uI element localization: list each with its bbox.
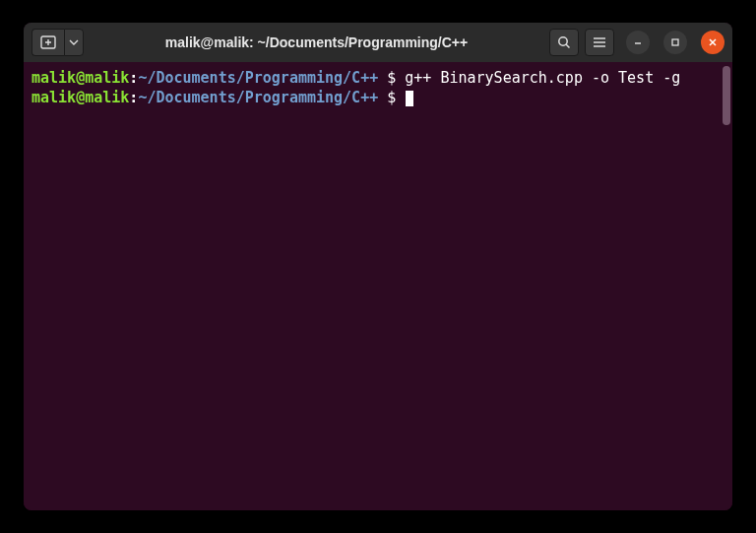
window-controls — [626, 31, 724, 54]
scrollbar-thumb[interactable] — [723, 66, 730, 125]
maximize-button[interactable] — [663, 31, 687, 54]
minimize-icon — [633, 37, 643, 47]
prompt-path: ~/Documents/Programming/C++ — [138, 89, 378, 106]
minimize-button[interactable] — [626, 31, 650, 54]
new-tab-dropdown[interactable] — [64, 29, 84, 56]
svg-point-3 — [559, 37, 567, 45]
prompt-path: ~/Documents/Programming/C++ — [138, 69, 378, 87]
new-tab-group — [32, 29, 84, 56]
prompt-user: malik@malik — [32, 69, 129, 87]
titlebar: malik@malik: ~/Documents/Programming/C++ — [24, 23, 732, 62]
search-button[interactable] — [549, 29, 579, 56]
close-button[interactable] — [701, 31, 724, 54]
command-text: g++ BinarySearch.cpp -o Test -g — [405, 69, 680, 87]
terminal-line: malik@malik:~/Documents/Programming/C++ … — [32, 68, 724, 88]
menu-button[interactable] — [585, 29, 614, 56]
chevron-down-icon — [69, 39, 79, 45]
prompt-symbol: $ — [378, 89, 405, 106]
close-icon — [708, 37, 718, 47]
hamburger-icon — [593, 36, 606, 48]
terminal-line: malik@malik:~/Documents/Programming/C++ … — [32, 88, 724, 107]
svg-line-4 — [566, 44, 569, 47]
terminal-body[interactable]: malik@malik:~/Documents/Programming/C++ … — [24, 62, 732, 510]
svg-rect-9 — [672, 39, 678, 45]
maximize-icon — [670, 37, 680, 47]
prompt-user: malik@malik — [32, 89, 129, 106]
prompt-symbol: $ — [378, 69, 405, 87]
cursor — [406, 91, 413, 106]
new-tab-icon — [40, 35, 56, 49]
window-title: malik@malik: ~/Documents/Programming/C++ — [90, 34, 543, 50]
terminal-window: malik@malik: ~/Documents/Programming/C++ — [24, 23, 732, 510]
search-icon — [557, 35, 571, 49]
new-tab-button[interactable] — [32, 29, 64, 56]
